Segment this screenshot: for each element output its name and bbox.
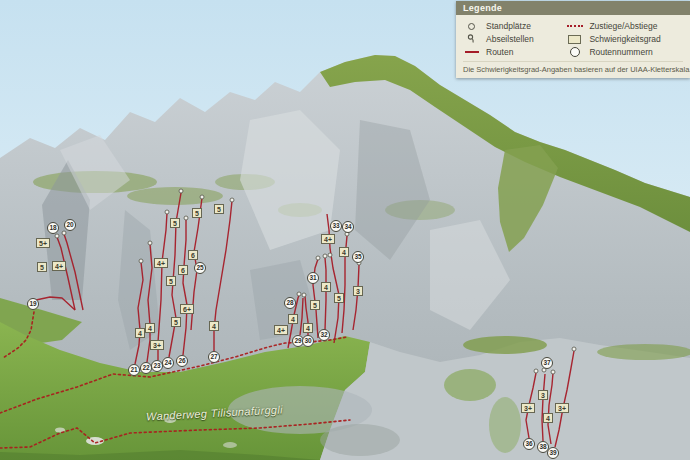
approach-trail-dotted (0, 337, 347, 413)
standplatz-marker (148, 241, 152, 245)
grade-label: 4 (138, 330, 142, 337)
legend-item-routennummern: Routennummern (566, 46, 683, 58)
legend-item-zustiege: Zustiege/Abstiege (566, 20, 683, 32)
standplatz-marker (328, 253, 332, 257)
route-line (300, 298, 303, 335)
route-number-label: 37 (543, 359, 551, 366)
grade-label: 3+ (153, 342, 161, 349)
legend-item-abseilstellen: Abseilstellen (463, 33, 566, 45)
grade-label: 4 (342, 249, 346, 256)
grade-label: 3 (356, 288, 360, 295)
route-line (542, 374, 545, 441)
grade-label: 4+ (324, 236, 332, 243)
standplatz-marker (184, 216, 188, 220)
grade-label: 4 (148, 325, 152, 332)
route-number-label: 36 (525, 440, 533, 447)
standplatz-marker (572, 347, 576, 351)
route-number-label: 29 (294, 337, 302, 344)
legend-note: Die Schwierigkeitsgrad-Angaben basieren … (463, 61, 683, 74)
route-line (36, 297, 75, 310)
grade-label: 4 (324, 284, 328, 291)
grade-label: 3+ (558, 405, 566, 412)
route-number-label: 20 (66, 221, 74, 228)
legend-item-label: Routennummern (589, 46, 652, 58)
route-number-label: 33 (332, 222, 340, 229)
grade-label: 5 (195, 210, 199, 217)
grade-label: 4 (212, 323, 216, 330)
route-number-label: 31 (309, 274, 317, 281)
abseilstelle-icon (463, 34, 480, 44)
route-number-label: 24 (164, 359, 172, 366)
route-number-label: 30 (304, 337, 312, 344)
grade-box-icon (566, 35, 583, 44)
route-number-label: 35 (354, 253, 362, 260)
grade-label: 5 (337, 295, 341, 302)
route-line (158, 213, 167, 360)
route-line (57, 237, 75, 310)
route-line (555, 351, 574, 447)
climbing-topo-image: 5+54+443+56+44+5665554+445454+4333+43+18… (0, 0, 690, 460)
legend-item-schwierigkeitsgrad: Schwierigkeitsgrad (566, 33, 683, 45)
grade-label: 6 (191, 252, 195, 259)
route-line (183, 219, 187, 355)
route-line (353, 265, 359, 330)
standplatz-marker (323, 254, 327, 258)
route-number-label: 25 (196, 264, 204, 271)
route-number-label: 39 (549, 449, 557, 456)
route-number-label: 18 (49, 224, 57, 231)
grade-label: 6 (181, 267, 185, 274)
route-number-label: 22 (142, 364, 150, 371)
grade-label: 6+ (183, 306, 191, 313)
grade-label: 5 (173, 220, 177, 227)
grade-label: 5 (174, 319, 178, 326)
grade-label: 4+ (277, 327, 285, 334)
grade-label: 4+ (157, 260, 165, 267)
route-number-label: 21 (130, 366, 138, 373)
legend-panel: Legende Standplätze Abseilstellen Routen (456, 1, 690, 78)
route-number-label: 32 (320, 331, 328, 338)
route-line-icon (463, 51, 480, 53)
grade-label: 4 (306, 325, 310, 332)
route-line (313, 259, 318, 338)
standplatz-marker (165, 210, 169, 214)
route-number-label: 34 (344, 223, 352, 230)
standplatz-marker (230, 198, 234, 202)
legend-item-label: Abseilstellen (486, 33, 534, 45)
legend-item-label: Standplätze (486, 20, 531, 32)
standplatz-marker (302, 293, 306, 297)
legend-item-routen: Routen (463, 46, 566, 58)
standplatz-marker (179, 189, 183, 193)
grade-label: 4+ (55, 263, 63, 270)
legend-item-label: Schwierigkeitsgrad (589, 33, 660, 45)
standplatz-marker (297, 292, 301, 296)
standplatz-icon (463, 23, 480, 30)
route-number-label: 26 (178, 357, 186, 364)
standplatz-marker (534, 369, 538, 373)
grade-label: 5 (313, 302, 317, 309)
grade-label: 3 (541, 392, 545, 399)
route-number-label: 27 (210, 353, 218, 360)
route-number-label: 28 (286, 299, 294, 306)
standplatz-marker (55, 234, 59, 238)
grade-label: 3+ (524, 405, 532, 412)
standplatz-marker (139, 259, 143, 263)
legend-body: Standplätze Abseilstellen Routen Zustieg… (456, 15, 690, 78)
grade-label: 5 (40, 264, 44, 271)
legend-item-label: Zustiege/Abstiege (589, 20, 657, 32)
approach-trail-dotted (0, 420, 350, 448)
route-line (327, 214, 339, 343)
route-number-label: 23 (153, 362, 161, 369)
legend-item-standplaetze: Standplätze (463, 20, 566, 32)
grade-label: 5+ (39, 240, 47, 247)
standplatz-marker (62, 231, 66, 235)
standplatz-marker (551, 370, 555, 374)
route-number-label: 38 (539, 443, 547, 450)
standplatz-marker (200, 195, 204, 199)
legend-title: Legende (456, 1, 690, 15)
zustieg-dotted-icon (566, 25, 583, 27)
route-number-label: 19 (29, 300, 37, 307)
grade-label: 5 (217, 206, 221, 213)
route-number-icon (566, 47, 583, 57)
route-line (135, 262, 143, 364)
grade-label: 4 (546, 415, 550, 422)
